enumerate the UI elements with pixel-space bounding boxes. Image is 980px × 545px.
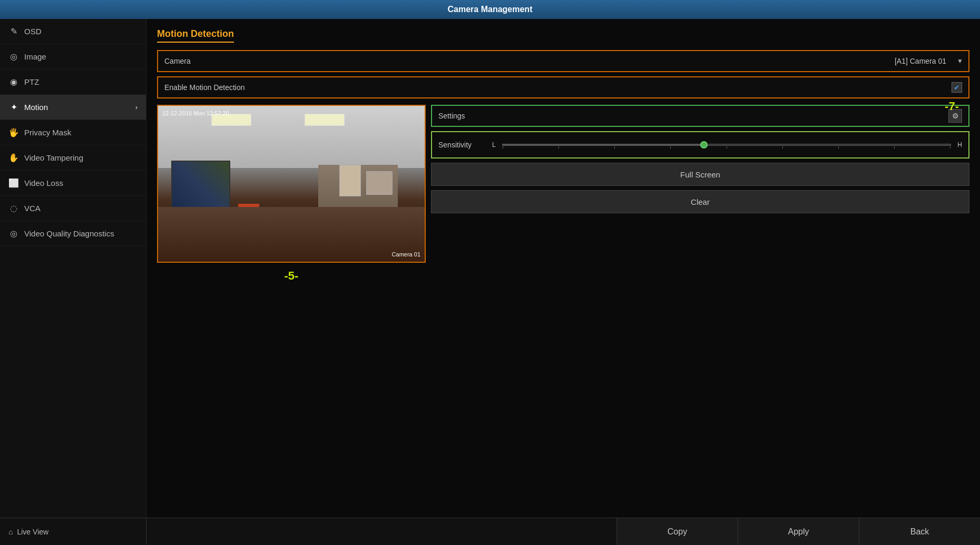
slider-high-label: H: [957, 141, 962, 148]
annotation-5: -5-: [157, 269, 426, 283]
sidebar-item-osd[interactable]: ✎ OSD: [0, 19, 146, 44]
titlebar: Camera Management: [0, 0, 980, 19]
enable-motion-container: Enable Motion Detection ✔ -4-: [157, 76, 969, 98]
sidebar-label-motion: Motion: [24, 103, 48, 112]
sidebar-label-vca: VCA: [24, 204, 41, 213]
sidebar-label-privacy-mask: Privacy Mask: [24, 128, 71, 137]
monitor-screen: [172, 162, 229, 210]
sensitivity-slider-track[interactable]: [502, 144, 952, 146]
motion-arrow-icon: ›: [135, 104, 138, 111]
sidebar-label-ptz: PTZ: [24, 77, 39, 86]
annotation-7: -7-: [945, 100, 959, 113]
sidebar-item-ptz[interactable]: ◉ PTZ: [0, 70, 146, 95]
settings-box: Settings ⚙: [431, 105, 969, 127]
live-view-label: Live View: [17, 528, 48, 536]
annotation-2-arrow: [146, 40, 152, 93]
camera-row[interactable]: Camera [A1] Camera 01 ▼: [157, 50, 969, 72]
enable-motion-checkbox[interactable]: ✔: [952, 82, 962, 93]
copy-button[interactable]: Copy: [616, 518, 738, 545]
camera-dropdown-arrow-icon[interactable]: ▼: [957, 57, 963, 65]
sidebar: ✎ OSD ◎ Image ◉ PTZ ✦ Motion › 🖐 Privacy…: [0, 19, 146, 518]
ptz-icon: ◉: [8, 77, 19, 87]
back-button[interactable]: Back: [859, 518, 980, 545]
sidebar-item-video-tampering[interactable]: ✋ Video Tampering: [0, 145, 146, 171]
two-col-layout: 12-12-2016 Mon 12:57:20 Camera 01 -5- -7…: [157, 105, 969, 283]
sidebar-label-video-loss: Video Loss: [24, 179, 63, 187]
ceiling-light-2: [305, 114, 345, 126]
sidebar-label-video-quality: Video Quality Diagnostics: [24, 229, 114, 238]
sidebar-label-osd: OSD: [24, 27, 42, 36]
camera-config-container: Camera [A1] Camera 01 ▼ -3-: [157, 50, 969, 72]
enable-motion-label: Enable Motion Detection: [164, 83, 952, 92]
right-panel: -7- Settings ⚙ Sensitivity L: [431, 105, 969, 283]
fullscreen-button[interactable]: Full Screen: [431, 163, 969, 186]
video-quality-icon: ◎: [8, 229, 19, 239]
video-floor: [158, 207, 425, 262]
video-preview: 12-12-2016 Mon 12:57:20 Camera 01: [157, 105, 426, 263]
vca-icon: ◌: [8, 203, 19, 213]
video-tampering-icon: ✋: [8, 153, 19, 163]
osd-icon: ✎: [8, 26, 19, 36]
sensitivity-label: Sensitivity: [438, 141, 486, 149]
slider-fill: [503, 144, 704, 145]
live-view-icon: ⌂: [8, 528, 13, 536]
main-layout: ✎ OSD ◎ Image ◉ PTZ ✦ Motion › 🖐 Privacy…: [0, 19, 980, 518]
slider-ticks: [503, 146, 951, 148]
video-background: [158, 106, 425, 262]
sidebar-item-image[interactable]: ◎ Image: [0, 44, 146, 70]
page-title: Motion Detection: [157, 28, 234, 43]
video-camera-label: Camera 01: [392, 251, 420, 257]
apply-button[interactable]: Apply: [738, 518, 859, 545]
sensitivity-box: Sensitivity L: [431, 131, 969, 158]
sidebar-label-video-tampering: Video Tampering: [24, 153, 83, 162]
box1: [366, 171, 393, 194]
sidebar-item-motion[interactable]: ✦ Motion ›: [0, 95, 146, 120]
sidebar-item-video-loss[interactable]: ⬜ Video Loss: [0, 171, 146, 196]
enable-motion-row: Enable Motion Detection ✔: [157, 76, 969, 98]
video-loss-icon: ⬜: [8, 178, 19, 188]
privacy-mask-icon: 🖐: [8, 127, 19, 137]
clear-button[interactable]: Clear: [431, 190, 969, 213]
live-view-button[interactable]: ⌂ Live View: [0, 518, 146, 545]
settings-label: Settings: [438, 112, 948, 120]
content-area: -2- Motion Detection Camera [A1] Camera …: [146, 19, 980, 518]
slider-low-label: L: [492, 141, 496, 148]
box2: [339, 165, 360, 196]
bottombar: ⌂ Live View Copy Apply Back: [0, 518, 980, 545]
sidebar-label-image: Image: [24, 52, 46, 61]
image-icon: ◎: [8, 52, 19, 62]
motion-icon: ✦: [8, 102, 19, 112]
video-timestamp: 12-12-2016 Mon 12:57:20: [162, 110, 229, 116]
titlebar-text: Camera Management: [448, 5, 533, 14]
sidebar-item-vca[interactable]: ◌ VCA: [0, 196, 146, 221]
bottom-right-actions: Copy Apply Back: [146, 518, 980, 545]
camera-value: [A1] Camera 01: [895, 57, 946, 65]
camera-label: Camera: [164, 57, 895, 65]
video-preview-container: 12-12-2016 Mon 12:57:20 Camera 01 -5-: [157, 105, 426, 283]
sidebar-item-video-quality[interactable]: ◎ Video Quality Diagnostics: [0, 221, 146, 246]
sidebar-item-privacy-mask[interactable]: 🖐 Privacy Mask: [0, 120, 146, 145]
